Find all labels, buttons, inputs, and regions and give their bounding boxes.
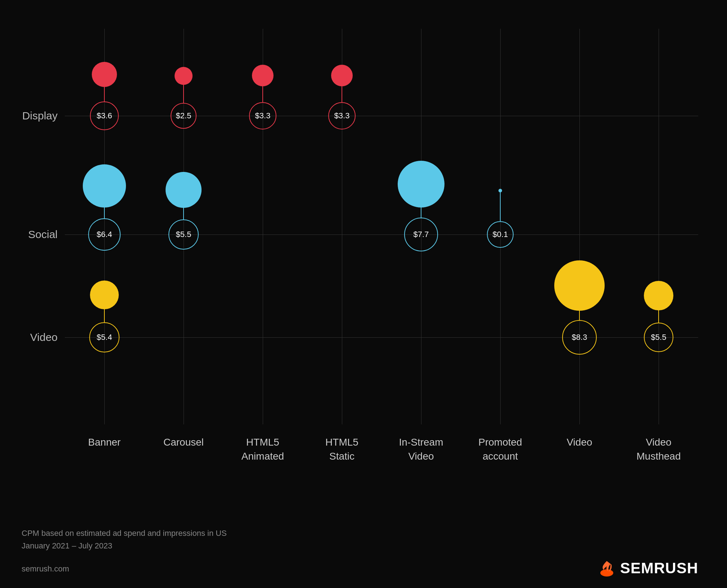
- bubble-value: $3.6: [97, 111, 112, 120]
- bubble-filled: [83, 164, 126, 208]
- bubble-connector: [500, 192, 501, 221]
- bubble-group-social-0: $6.4: [83, 164, 126, 251]
- bubble-value: $3.3: [334, 111, 350, 120]
- bubble-outline: $7.7: [404, 218, 438, 251]
- col-label-videomust: VideoMusthead: [637, 435, 681, 463]
- chart-container: DisplaySocialVideoBannerCarouselHTML5Ani…: [65, 29, 698, 424]
- grid-area: DisplaySocialVideoBannerCarouselHTML5Ani…: [65, 29, 698, 424]
- bubble-filled: [398, 161, 444, 208]
- footer-notes: CPM based on estimated ad spend and impr…: [22, 527, 227, 552]
- col-label-html5ani: HTML5Animated: [241, 435, 284, 463]
- bubble-connector: [579, 311, 580, 320]
- bubble-value: $8.3: [572, 333, 587, 342]
- bubble-connector: [262, 86, 263, 102]
- bubble-filled: [644, 281, 673, 310]
- bubble-connector: [183, 85, 184, 103]
- grid-hline-social: [65, 234, 698, 235]
- bubble-outline: $3.6: [90, 101, 119, 130]
- col-label-promoted: Promotedaccount: [478, 435, 522, 463]
- bubble-group-video-6: $8.3: [554, 260, 605, 355]
- bubble-outline: $2.5: [171, 103, 197, 129]
- bubble-group-social-1: $5.5: [166, 172, 202, 250]
- bubble-group-video-7: $5.5: [644, 281, 673, 352]
- bubble-filled: [92, 62, 117, 87]
- bubble-filled: [331, 65, 353, 86]
- semrush-brand-text: SEMRUSH: [620, 560, 698, 577]
- bubble-outline: $5.5: [644, 323, 673, 352]
- bubble-group-display-1: $2.5: [171, 67, 197, 129]
- bubble-connector: [658, 310, 659, 323]
- bubble-outline: $8.3: [562, 320, 597, 355]
- bubble-connector: [342, 86, 342, 102]
- bubble-group-video-0: $5.4: [89, 281, 119, 352]
- bubble-value: $3.3: [255, 111, 271, 120]
- grid-vline-videomust: [659, 29, 659, 424]
- bubble-group-social-5: $0.1: [487, 189, 514, 248]
- footer-note-line2: January 2021 – July 2023: [22, 539, 227, 552]
- semrush-icon: [598, 559, 616, 577]
- bubble-outline: $5.4: [89, 322, 119, 352]
- bubble-filled: [175, 67, 193, 85]
- row-label-display: Display: [22, 110, 65, 122]
- row-label-social: Social: [28, 228, 65, 241]
- semrush-logo: SEMRUSH: [598, 559, 698, 577]
- bubble-value: $6.4: [97, 230, 112, 239]
- bubble-outline: $0.1: [487, 221, 514, 248]
- bubble-outline: $6.4: [88, 218, 121, 251]
- bubble-group-social-4: $7.7: [398, 161, 444, 251]
- col-label-carousel: Carousel: [163, 435, 204, 449]
- bubble-value: $5.5: [651, 333, 667, 342]
- bubble-connector: [104, 309, 105, 322]
- bubble-outline: $3.3: [328, 102, 356, 129]
- website-label: semrush.com: [22, 564, 69, 574]
- bubble-connector: [104, 87, 105, 101]
- bubble-value: $2.5: [176, 111, 191, 120]
- row-label-video: Video: [30, 331, 65, 343]
- bubble-value: $5.4: [97, 333, 112, 342]
- bubble-connector: [183, 208, 184, 219]
- bubble-connector: [104, 208, 105, 218]
- bubble-value: $7.7: [414, 230, 429, 239]
- bubble-filled: [554, 260, 605, 311]
- bubble-connector: [421, 208, 421, 218]
- bubble-group-display-3: $3.3: [328, 65, 356, 129]
- bubble-outline: $3.3: [249, 102, 276, 129]
- bubble-value: $0.1: [493, 230, 508, 239]
- bubble-filled: [166, 172, 202, 208]
- bubble-value: $5.5: [176, 230, 191, 239]
- svg-point-0: [600, 569, 613, 576]
- grid-hline-display: [65, 116, 698, 116]
- col-label-html5sta: HTML5Static: [325, 435, 358, 463]
- bubble-filled: [252, 65, 274, 86]
- bubble-outline: $5.5: [168, 219, 199, 250]
- bubble-filled: [90, 281, 119, 309]
- footer-note-line1: CPM based on estimated ad spend and impr…: [22, 527, 227, 539]
- col-label-video: Video: [566, 435, 592, 449]
- col-label-banner: Banner: [88, 435, 121, 449]
- bubble-filled: [498, 189, 502, 192]
- bubble-group-display-2: $3.3: [249, 65, 276, 129]
- grid-vline-video: [579, 29, 580, 424]
- col-label-instream: In-StreamVideo: [399, 435, 443, 463]
- bubble-group-display-0: $3.6: [90, 62, 119, 130]
